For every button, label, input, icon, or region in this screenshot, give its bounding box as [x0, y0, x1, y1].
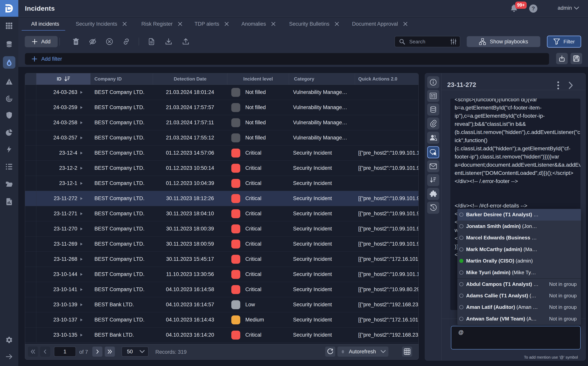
- svg-text:?: ?: [532, 5, 535, 11]
